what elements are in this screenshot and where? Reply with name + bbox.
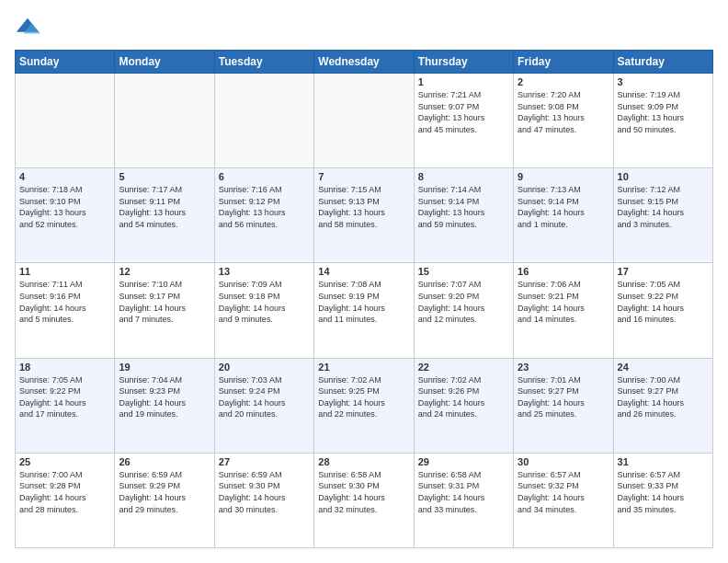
day-number: 8 bbox=[418, 171, 509, 182]
day-info: Sunrise: 7:13 AMSunset: 9:14 PMDaylight:… bbox=[518, 184, 609, 230]
day-number: 15 bbox=[418, 266, 509, 277]
day-cell: 10Sunrise: 7:12 AMSunset: 9:15 PMDayligh… bbox=[613, 168, 712, 263]
week-row-1: 1Sunrise: 7:21 AMSunset: 9:07 PMDaylight… bbox=[16, 74, 713, 168]
week-row-4: 18Sunrise: 7:05 AMSunset: 9:22 PMDayligh… bbox=[16, 358, 713, 453]
day-cell bbox=[115, 74, 214, 168]
page: SundayMondayTuesdayWednesdayThursdayFrid… bbox=[0, 0, 728, 563]
day-info: Sunrise: 7:07 AMSunset: 9:20 PMDaylight:… bbox=[418, 279, 509, 325]
day-number: 6 bbox=[219, 171, 310, 182]
day-cell: 2Sunrise: 7:20 AMSunset: 9:08 PMDaylight… bbox=[514, 74, 613, 168]
week-row-3: 11Sunrise: 7:11 AMSunset: 9:16 PMDayligh… bbox=[16, 263, 713, 358]
logo bbox=[15, 15, 44, 40]
weekday-header-row: SundayMondayTuesdayWednesdayThursdayFrid… bbox=[16, 51, 713, 74]
day-number: 29 bbox=[418, 456, 509, 467]
day-cell: 11Sunrise: 7:11 AMSunset: 9:16 PMDayligh… bbox=[16, 263, 115, 358]
day-cell: 26Sunrise: 6:59 AMSunset: 9:29 PMDayligh… bbox=[115, 453, 214, 547]
day-info: Sunrise: 7:21 AMSunset: 9:07 PMDaylight:… bbox=[418, 89, 509, 135]
day-number: 30 bbox=[518, 456, 609, 467]
day-cell: 12Sunrise: 7:10 AMSunset: 9:17 PMDayligh… bbox=[115, 263, 214, 358]
day-cell: 6Sunrise: 7:16 AMSunset: 9:12 PMDaylight… bbox=[214, 168, 313, 263]
day-cell: 28Sunrise: 6:58 AMSunset: 9:30 PMDayligh… bbox=[314, 453, 414, 547]
day-info: Sunrise: 7:08 AMSunset: 9:19 PMDaylight:… bbox=[318, 279, 409, 325]
day-cell: 29Sunrise: 6:58 AMSunset: 9:31 PMDayligh… bbox=[414, 453, 513, 547]
weekday-header-monday: Monday bbox=[115, 51, 214, 74]
day-info: Sunrise: 7:05 AMSunset: 9:22 PMDaylight:… bbox=[19, 374, 110, 420]
day-info: Sunrise: 7:20 AMSunset: 9:08 PMDaylight:… bbox=[518, 89, 609, 135]
day-cell: 1Sunrise: 7:21 AMSunset: 9:07 PMDaylight… bbox=[414, 74, 513, 168]
day-cell: 23Sunrise: 7:01 AMSunset: 9:27 PMDayligh… bbox=[514, 358, 613, 453]
day-number: 5 bbox=[119, 171, 210, 182]
day-cell bbox=[16, 74, 115, 168]
weekday-header-sunday: Sunday bbox=[16, 51, 115, 74]
day-number: 24 bbox=[618, 362, 709, 373]
day-info: Sunrise: 6:58 AMSunset: 9:30 PMDaylight:… bbox=[318, 469, 409, 515]
day-number: 10 bbox=[618, 171, 709, 182]
day-info: Sunrise: 7:15 AMSunset: 9:13 PMDaylight:… bbox=[318, 184, 409, 230]
day-cell: 15Sunrise: 7:07 AMSunset: 9:20 PMDayligh… bbox=[414, 263, 513, 358]
day-number: 23 bbox=[518, 362, 609, 373]
day-info: Sunrise: 7:06 AMSunset: 9:21 PMDaylight:… bbox=[518, 279, 609, 325]
weekday-header-thursday: Thursday bbox=[414, 51, 513, 74]
day-cell: 19Sunrise: 7:04 AMSunset: 9:23 PMDayligh… bbox=[115, 358, 214, 453]
day-number: 27 bbox=[219, 456, 310, 467]
day-number: 20 bbox=[219, 362, 310, 373]
day-info: Sunrise: 7:09 AMSunset: 9:18 PMDaylight:… bbox=[219, 279, 310, 325]
day-info: Sunrise: 6:57 AMSunset: 9:33 PMDaylight:… bbox=[618, 469, 709, 515]
day-number: 18 bbox=[19, 362, 110, 373]
day-number: 9 bbox=[518, 171, 609, 182]
day-number: 26 bbox=[119, 456, 210, 467]
day-number: 1 bbox=[418, 76, 509, 87]
header bbox=[15, 15, 713, 40]
day-info: Sunrise: 6:59 AMSunset: 9:30 PMDaylight:… bbox=[219, 469, 310, 515]
day-info: Sunrise: 7:16 AMSunset: 9:12 PMDaylight:… bbox=[219, 184, 310, 230]
day-cell: 21Sunrise: 7:02 AMSunset: 9:25 PMDayligh… bbox=[314, 358, 414, 453]
day-info: Sunrise: 6:57 AMSunset: 9:32 PMDaylight:… bbox=[518, 469, 609, 515]
day-number: 22 bbox=[418, 362, 509, 373]
day-cell: 7Sunrise: 7:15 AMSunset: 9:13 PMDaylight… bbox=[314, 168, 414, 263]
day-cell bbox=[214, 74, 313, 168]
day-cell: 25Sunrise: 7:00 AMSunset: 9:28 PMDayligh… bbox=[16, 453, 115, 547]
day-cell: 4Sunrise: 7:18 AMSunset: 9:10 PMDaylight… bbox=[16, 168, 115, 263]
day-cell: 20Sunrise: 7:03 AMSunset: 9:24 PMDayligh… bbox=[214, 358, 313, 453]
day-info: Sunrise: 7:02 AMSunset: 9:25 PMDaylight:… bbox=[318, 374, 409, 420]
day-number: 17 bbox=[618, 266, 709, 277]
day-number: 3 bbox=[618, 76, 709, 87]
day-info: Sunrise: 7:18 AMSunset: 9:10 PMDaylight:… bbox=[19, 184, 110, 230]
day-cell: 5Sunrise: 7:17 AMSunset: 9:11 PMDaylight… bbox=[115, 168, 214, 263]
weekday-header-tuesday: Tuesday bbox=[214, 51, 313, 74]
day-info: Sunrise: 7:04 AMSunset: 9:23 PMDaylight:… bbox=[119, 374, 210, 420]
day-number: 2 bbox=[518, 76, 609, 87]
day-cell: 22Sunrise: 7:02 AMSunset: 9:26 PMDayligh… bbox=[414, 358, 513, 453]
day-number: 19 bbox=[119, 362, 210, 373]
day-number: 31 bbox=[618, 456, 709, 467]
day-number: 16 bbox=[518, 266, 609, 277]
day-info: Sunrise: 7:00 AMSunset: 9:27 PMDaylight:… bbox=[618, 374, 709, 420]
day-info: Sunrise: 7:01 AMSunset: 9:27 PMDaylight:… bbox=[518, 374, 609, 420]
day-info: Sunrise: 7:14 AMSunset: 9:14 PMDaylight:… bbox=[418, 184, 509, 230]
weekday-header-wednesday: Wednesday bbox=[314, 51, 414, 74]
day-info: Sunrise: 7:10 AMSunset: 9:17 PMDaylight:… bbox=[119, 279, 210, 325]
day-number: 11 bbox=[19, 266, 110, 277]
week-row-5: 25Sunrise: 7:00 AMSunset: 9:28 PMDayligh… bbox=[16, 453, 713, 547]
day-cell: 18Sunrise: 7:05 AMSunset: 9:22 PMDayligh… bbox=[16, 358, 115, 453]
calendar-table: SundayMondayTuesdayWednesdayThursdayFrid… bbox=[15, 50, 713, 548]
day-info: Sunrise: 7:12 AMSunset: 9:15 PMDaylight:… bbox=[618, 184, 709, 230]
weekday-header-saturday: Saturday bbox=[613, 51, 712, 74]
day-info: Sunrise: 6:58 AMSunset: 9:31 PMDaylight:… bbox=[418, 469, 509, 515]
day-cell: 27Sunrise: 6:59 AMSunset: 9:30 PMDayligh… bbox=[214, 453, 313, 547]
day-cell: 17Sunrise: 7:05 AMSunset: 9:22 PMDayligh… bbox=[613, 263, 712, 358]
day-cell: 14Sunrise: 7:08 AMSunset: 9:19 PMDayligh… bbox=[314, 263, 414, 358]
day-number: 7 bbox=[318, 171, 409, 182]
day-cell: 16Sunrise: 7:06 AMSunset: 9:21 PMDayligh… bbox=[514, 263, 613, 358]
day-number: 12 bbox=[119, 266, 210, 277]
day-number: 14 bbox=[318, 266, 409, 277]
day-number: 28 bbox=[318, 456, 409, 467]
day-cell: 9Sunrise: 7:13 AMSunset: 9:14 PMDaylight… bbox=[514, 168, 613, 263]
day-number: 21 bbox=[318, 362, 409, 373]
day-cell: 30Sunrise: 6:57 AMSunset: 9:32 PMDayligh… bbox=[514, 453, 613, 547]
day-info: Sunrise: 7:05 AMSunset: 9:22 PMDaylight:… bbox=[618, 279, 709, 325]
day-number: 25 bbox=[19, 456, 110, 467]
day-info: Sunrise: 7:02 AMSunset: 9:26 PMDaylight:… bbox=[418, 374, 509, 420]
week-row-2: 4Sunrise: 7:18 AMSunset: 9:10 PMDaylight… bbox=[16, 168, 713, 263]
day-cell: 3Sunrise: 7:19 AMSunset: 9:09 PMDaylight… bbox=[613, 74, 712, 168]
